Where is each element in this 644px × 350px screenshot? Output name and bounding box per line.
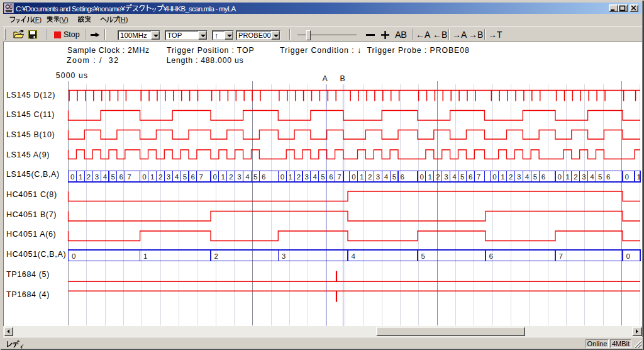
svg-text:6: 6 xyxy=(489,252,493,260)
svg-text:6: 6 xyxy=(191,172,195,181)
svg-text:6: 6 xyxy=(606,172,610,181)
svg-text:0: 0 xyxy=(558,172,562,181)
svg-text:4: 4 xyxy=(245,172,250,181)
svg-text:1: 1 xyxy=(565,172,569,181)
svg-text:1: 1 xyxy=(501,172,504,181)
svg-text:2: 2 xyxy=(229,172,233,181)
svg-text:0: 0 xyxy=(626,252,630,260)
svg-text:2: 2 xyxy=(509,172,513,181)
svg-text:5: 5 xyxy=(421,252,425,260)
svg-text:4: 4 xyxy=(384,172,389,181)
svg-text:2: 2 xyxy=(574,172,577,181)
svg-text:6: 6 xyxy=(329,172,333,181)
svg-text:0: 0 xyxy=(625,172,629,181)
svg-text:1: 1 xyxy=(637,172,641,181)
svg-text:3: 3 xyxy=(95,172,99,181)
svg-text:1: 1 xyxy=(428,172,431,181)
svg-text:3: 3 xyxy=(167,172,170,181)
svg-text:7: 7 xyxy=(337,172,341,181)
svg-text:6: 6 xyxy=(469,172,472,181)
svg-text:3: 3 xyxy=(517,172,521,181)
svg-text:0: 0 xyxy=(70,172,74,181)
svg-text:3: 3 xyxy=(582,172,586,181)
svg-text:6: 6 xyxy=(119,172,123,181)
svg-text:1: 1 xyxy=(221,172,225,181)
svg-text:7: 7 xyxy=(477,172,480,181)
svg-text:0: 0 xyxy=(213,172,217,181)
svg-text:3: 3 xyxy=(237,172,241,181)
svg-text:0: 0 xyxy=(142,172,146,181)
svg-text:0: 0 xyxy=(72,252,75,260)
svg-text:2: 2 xyxy=(436,172,440,181)
svg-text:2: 2 xyxy=(368,172,372,181)
svg-text:1: 1 xyxy=(360,172,364,181)
svg-text:0: 0 xyxy=(420,172,424,181)
svg-text:4: 4 xyxy=(590,172,594,181)
svg-text:5: 5 xyxy=(598,172,602,181)
svg-text:7: 7 xyxy=(127,172,131,181)
svg-text:5: 5 xyxy=(460,172,464,181)
svg-text:1: 1 xyxy=(143,252,147,260)
svg-text:6: 6 xyxy=(401,172,404,181)
svg-text:5: 5 xyxy=(111,172,115,181)
svg-text:5: 5 xyxy=(321,172,325,181)
svg-text:2: 2 xyxy=(87,172,91,181)
svg-text:3: 3 xyxy=(444,172,448,181)
svg-text:4: 4 xyxy=(352,252,356,260)
svg-text:0: 0 xyxy=(352,172,355,181)
svg-text:1: 1 xyxy=(289,172,292,181)
svg-text:5: 5 xyxy=(533,172,537,181)
svg-text:3: 3 xyxy=(305,172,309,181)
svg-text:3: 3 xyxy=(376,172,380,181)
svg-text:1: 1 xyxy=(79,172,82,181)
svg-text:5: 5 xyxy=(183,172,187,181)
svg-text:1: 1 xyxy=(150,172,154,181)
svg-text:4: 4 xyxy=(525,172,530,181)
svg-text:4: 4 xyxy=(313,172,317,181)
svg-text:5: 5 xyxy=(392,172,396,181)
svg-text:4: 4 xyxy=(452,172,457,181)
svg-text:6: 6 xyxy=(262,172,265,181)
svg-text:2: 2 xyxy=(297,172,301,181)
svg-text:6: 6 xyxy=(541,172,545,181)
svg-text:3: 3 xyxy=(282,252,286,260)
svg-text:7: 7 xyxy=(559,252,563,260)
svg-text:4: 4 xyxy=(103,172,108,181)
svg-text:7: 7 xyxy=(199,172,203,181)
svg-text:2: 2 xyxy=(214,252,218,260)
svg-text:5: 5 xyxy=(253,172,257,181)
svg-text:0: 0 xyxy=(492,172,496,181)
svg-text:0: 0 xyxy=(280,172,284,181)
svg-text:2: 2 xyxy=(158,172,162,181)
svg-text:4: 4 xyxy=(175,172,179,181)
